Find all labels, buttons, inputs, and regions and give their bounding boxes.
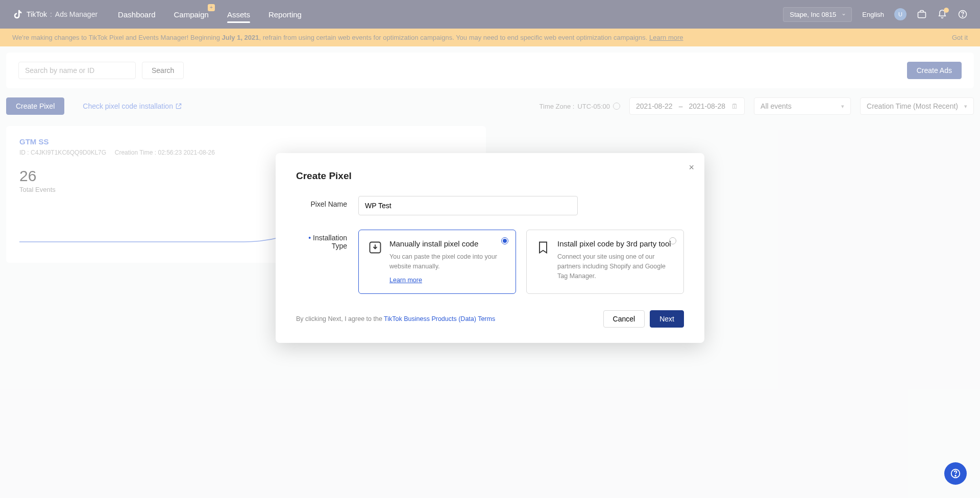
- modal-overlay: × Create Pixel Pixel Name Installation T…: [0, 0, 980, 498]
- install-type-label: Installation Type: [296, 230, 347, 294]
- bookmark-icon: [536, 240, 550, 255]
- install-options: Manually install pixel code You can past…: [358, 230, 684, 294]
- close-icon[interactable]: ×: [689, 162, 694, 173]
- install-type-row: Installation Type Manually install pixel…: [296, 230, 684, 294]
- terms-link[interactable]: TikTok Business Products (Data) Terms: [384, 315, 495, 322]
- modal-footer: By clicking Next, I agree to the TikTok …: [296, 310, 684, 328]
- download-box-icon: [368, 240, 382, 255]
- option-third-party-title: Install pixel code by 3rd party tool: [557, 239, 674, 248]
- option-third-party-install[interactable]: Install pixel code by 3rd party tool Con…: [526, 230, 684, 294]
- pixel-name-row: Pixel Name: [296, 196, 684, 215]
- pixel-name-label: Pixel Name: [296, 196, 347, 215]
- pixel-name-input[interactable]: [358, 196, 578, 215]
- terms-text: By clicking Next, I agree to the TikTok …: [296, 315, 495, 322]
- option-manual-desc: You can paste the pixel code into your w…: [389, 252, 506, 271]
- radio-icon: [501, 237, 508, 244]
- next-button[interactable]: Next: [650, 310, 684, 328]
- cancel-button[interactable]: Cancel: [603, 310, 645, 328]
- create-pixel-modal: × Create Pixel Pixel Name Installation T…: [276, 153, 704, 343]
- option-manual-install[interactable]: Manually install pixel code You can past…: [358, 230, 516, 294]
- radio-icon: [669, 237, 676, 244]
- terms-prefix: By clicking Next, I agree to the: [296, 315, 384, 322]
- option-manual-title: Manually install pixel code: [389, 239, 506, 248]
- help-fab[interactable]: [944, 462, 967, 485]
- option-manual-learn-more-link[interactable]: Learn more: [389, 277, 422, 284]
- svg-point-5: [955, 475, 956, 476]
- modal-title: Create Pixel: [296, 170, 684, 182]
- option-third-party-desc: Connect your site using one of our partn…: [557, 252, 674, 281]
- question-icon: [950, 468, 961, 479]
